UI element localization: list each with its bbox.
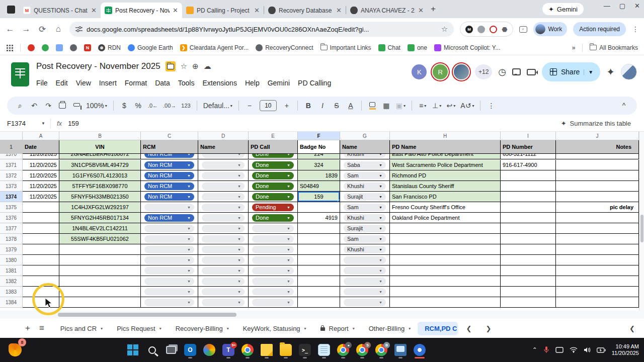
sheet-tab-recovery-billing[interactable]: Recovery-Billing▾ [169, 322, 236, 335]
version-history-icon[interactable]: ◷ [498, 66, 506, 77]
header-cell-badge-no[interactable]: Badge No [298, 140, 340, 154]
all-bookmarks-button[interactable]: All Bookmarks [590, 44, 638, 51]
assignee-dropdown[interactable]: Khushi▼ [344, 246, 386, 253]
bookmark-item[interactable] [70, 44, 77, 51]
cell-pd-number[interactable] [501, 170, 556, 181]
cell-date[interactable]: 11/20/2025 [23, 160, 59, 170]
cell-badge-no[interactable]: 159 [298, 192, 340, 202]
cell-vin[interactable]: 5FNYF5H33MB021350 [59, 192, 141, 202]
cell-badge-no[interactable]: 324 [298, 160, 340, 170]
cell-pd-name[interactable]: Stanislaus County Sheriff [390, 181, 501, 192]
bookmark-item[interactable] [56, 44, 63, 51]
cell-name-g[interactable]: ▼ [340, 265, 390, 276]
browser-profile-button[interactable]: Work [533, 22, 568, 36]
drive-shortcut-icon[interactable]: ⊕ [192, 62, 199, 71]
collaborator-avatar[interactable] [454, 64, 469, 79]
reload-icon[interactable]: ⟳ [37, 24, 47, 35]
cell-vin[interactable]: 3N1CP5BV6ML494729 [59, 160, 141, 170]
cell-pd-name[interactable]: Richmond PD [390, 170, 501, 181]
column-letter-C[interactable]: C [141, 132, 198, 140]
menu-insert[interactable]: Insert [95, 77, 121, 88]
cell-notes[interactable] [556, 276, 639, 287]
pd-call-dropdown[interactable]: ▼ [252, 235, 294, 243]
rcm-dropdown[interactable]: ▼ [144, 225, 194, 232]
tab-close-icon[interactable]: ✕ [173, 7, 178, 14]
taskbar-search-icon[interactable] [145, 341, 159, 358]
cell-notes[interactable] [556, 223, 639, 234]
header-cell-rcm[interactable]: RCM [141, 140, 198, 154]
cell-notes[interactable] [556, 154, 639, 159]
cell-pd-number[interactable] [501, 202, 556, 213]
menu-data[interactable]: Data [151, 77, 174, 88]
header-cell-pd-call[interactable]: PD Call [249, 140, 298, 154]
rcm-dropdown[interactable]: Non RCM▼ [144, 154, 194, 158]
cell-rcm[interactable]: ▼ [141, 244, 198, 255]
cell-name-d[interactable]: ▼ [198, 265, 249, 276]
cell-name-g[interactable]: Saba▼ [340, 160, 390, 170]
rcm-dropdown[interactable]: ▼ [144, 299, 194, 306]
cell-rcm[interactable]: ▼ [141, 223, 198, 234]
cell-pd-number[interactable] [501, 234, 556, 244]
share-button[interactable]: Share ▼ [542, 62, 600, 81]
taskbar-clock[interactable]: 10:49 AM 11/20/2025 [612, 343, 639, 356]
taskbar-chrome-profile-1-icon[interactable]: ● [336, 341, 350, 358]
assignee-dropdown[interactable]: Surajit▼ [344, 225, 386, 232]
cell-pd-call[interactable]: Done▼ [249, 160, 298, 170]
cell-badge-no[interactable] [298, 255, 340, 265]
taskbar-recovery-app-icon[interactable] [413, 341, 427, 358]
taskbar-chrome-profile-3-icon[interactable]: B [374, 341, 388, 358]
sheet-nav-prev-icon[interactable]: ❮ [460, 325, 477, 332]
cell-pd-call[interactable]: Done▼ [249, 213, 298, 223]
cell-pd-call[interactable]: ▼ [249, 297, 298, 308]
row-header-1376[interactable]: 1376 [0, 213, 23, 223]
pd-call-dropdown[interactable]: ▼ [252, 267, 294, 275]
rcm-dropdown[interactable]: ▼ [144, 235, 194, 243]
cell-badge-no[interactable]: S04849 [298, 181, 340, 192]
rcm-dropdown[interactable]: ▼ [144, 246, 194, 253]
cell-name-d[interactable]: ▼ [198, 244, 249, 255]
cell-name-d[interactable]: ▼ [198, 287, 249, 297]
cell-date[interactable] [23, 213, 59, 223]
merge-cells-icon[interactable]: ▣▾ [394, 100, 407, 112]
cell-name-d[interactable]: ▼ [198, 154, 249, 159]
tab-close-icon[interactable]: ✕ [418, 7, 424, 14]
pd-call-dropdown[interactable]: ▼ [252, 246, 294, 253]
cell-vin[interactable]: 5TFFY5F16BX098770 [59, 181, 141, 192]
cell-name-d[interactable]: ▼ [198, 276, 249, 287]
cell-rcm[interactable]: Non RCM▼ [141, 154, 198, 159]
bookmark-item[interactable]: N [84, 44, 91, 51]
cell-badge-no[interactable] [298, 287, 340, 297]
cell-pd-name[interactable]: West Sacramento Police Department [390, 160, 501, 170]
zoom-select[interactable]: 100%▾ [85, 100, 109, 112]
row-header-1372[interactable]: 1372 [0, 170, 23, 181]
text-rotation-icon[interactable]: A↺▾ [459, 100, 475, 112]
name-dropdown[interactable]: ▼ [202, 299, 245, 306]
column-letter-G[interactable]: G [340, 132, 390, 140]
bookmark-item[interactable]: Microsoft Copilot: Y... [434, 44, 500, 51]
maximize-button[interactable]: ▢ [619, 2, 625, 10]
comments-icon[interactable] [512, 68, 521, 75]
name-dropdown[interactable]: ▼ [202, 204, 245, 211]
address-bar[interactable]: docs.google.com/spreadsheets/d/1p88YIvrw… [69, 22, 454, 37]
apps-grid-icon[interactable] [6, 44, 13, 51]
cell-rcm[interactable]: Non RCM▼ [141, 170, 198, 181]
sheet-nav-next-icon[interactable]: ❯ [479, 325, 497, 332]
assignee-dropdown[interactable]: Surajit▼ [344, 193, 386, 201]
taskbar-chrome-icon[interactable] [240, 341, 255, 358]
name-dropdown[interactable]: ▼ [202, 235, 245, 243]
cell-rcm[interactable]: ▼ [141, 255, 198, 265]
cell-pd-name[interactable]: Fresno County Sheriff's Office [390, 202, 501, 213]
row-header-1374[interactable]: 1374 [0, 192, 23, 202]
row-header-1377[interactable]: 1377 [0, 223, 23, 234]
sheet-tab-pics-and-cr[interactable]: Pics and CR▾ [53, 322, 110, 335]
column-letter-F[interactable]: F [298, 132, 340, 140]
microphone-icon[interactable] [543, 346, 549, 354]
share-dropdown-caret[interactable]: ▼ [584, 69, 597, 75]
cell-vin[interactable] [59, 255, 141, 265]
vertical-scrollbar[interactable] [639, 132, 644, 311]
pd-call-dropdown[interactable]: Done▼ [252, 193, 294, 201]
close-button[interactable]: ✕ [634, 2, 640, 10]
tab-close-icon[interactable]: ✕ [91, 7, 97, 14]
bookmark-star-icon[interactable]: ☆ [441, 25, 448, 34]
browser-tab[interactable]: ANAYA CHAVEZ - 218...✕ [346, 3, 428, 18]
